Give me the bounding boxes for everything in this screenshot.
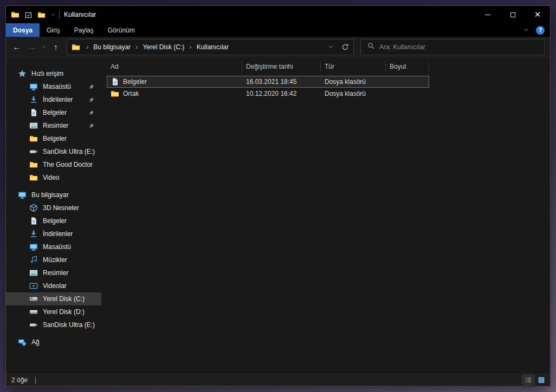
sidebar-item-yerel-disk-d[interactable]: Yerel Disk (D:)	[6, 305, 101, 318]
breadcrumb-kullanicilar[interactable]: Kullanıcılar	[196, 43, 230, 51]
up-button[interactable]: ↑	[48, 39, 63, 55]
tab-dosya[interactable]: Dosya	[6, 23, 40, 37]
large-icons-view-button[interactable]	[535, 374, 548, 387]
pin-icon	[88, 97, 94, 103]
titlebar-separator	[59, 10, 60, 19]
sidebar-item-yerel-disk-c[interactable]: Yerel Disk (C:)	[6, 292, 101, 305]
address-folder-icon	[67, 43, 82, 51]
properties-check-icon[interactable]	[24, 11, 33, 19]
sidebar-item-3d-nesneler[interactable]: 3D Nesneler	[6, 201, 101, 214]
sidebar-item-resimler-qa[interactable]: Resimler	[6, 119, 101, 132]
pictures-icon	[29, 121, 38, 130]
music-icon	[29, 256, 38, 264]
window-controls: ✕	[475, 6, 550, 23]
column-header-name[interactable]: Ad	[107, 62, 242, 71]
folder-icon	[29, 173, 38, 182]
network-icon	[18, 338, 27, 347]
status-bar: 2 öğe	[6, 374, 550, 386]
video-icon	[29, 282, 38, 290]
sidebar-section-label: Bu bilgisayar	[31, 191, 69, 199]
forward-button[interactable]: →	[24, 39, 40, 55]
sidebar-section-bu-bilgisayar[interactable]: Bu bilgisayar	[6, 188, 101, 201]
folder-icon	[29, 160, 38, 169]
sidebar-item-videolar[interactable]: Videolar	[6, 279, 101, 292]
file-date-modified: 10.12.2020 16:42	[242, 90, 321, 97]
back-button[interactable]: ←	[9, 39, 24, 55]
sidebar-item-label: Belgeler	[43, 135, 67, 142]
breadcrumb-bu-bilgisayar[interactable]: Bu bilgisayar	[92, 43, 132, 51]
search-icon	[367, 42, 375, 52]
address-bar[interactable]: › Bu bilgisayar › Yerel Disk (C:) › Kull…	[67, 39, 354, 55]
pin-icon	[88, 110, 94, 116]
sidebar-item-label: Yerel Disk (C:)	[43, 295, 85, 303]
documents-folder-icon	[111, 77, 119, 86]
column-headers: Ad Değiştirme tarihi Tür Boyut	[107, 60, 550, 74]
sidebar-item-label: Belgeler	[43, 217, 67, 225]
tab-giris[interactable]: Giriş	[40, 23, 67, 37]
tab-paylas[interactable]: Paylaş	[67, 23, 101, 37]
sidebar-item-masaustu-pc[interactable]: Masaüstü	[6, 240, 101, 253]
downloads-icon	[29, 230, 38, 238]
sidebar-item-label: Yerel Disk (D:)	[43, 308, 85, 316]
monitor-icon	[29, 82, 38, 91]
new-folder-icon[interactable]	[37, 11, 46, 19]
minimize-icon	[485, 15, 490, 15]
file-rows: Belgeler 16.03.2021 18:45 Dosya klasörü …	[107, 76, 550, 100]
folder-icon	[111, 89, 119, 98]
sidebar-item-indirilenler-qa[interactable]: İndirilenler	[6, 93, 101, 106]
quick-access-toolbar	[6, 10, 56, 19]
qat-chevron-down-icon[interactable]	[50, 12, 56, 17]
monitor-icon	[29, 243, 38, 251]
window-title: Kullanıcılar	[64, 11, 96, 18]
sidebar-item-video[interactable]: Video	[6, 171, 101, 184]
title-bar: Kullanıcılar ✕	[6, 6, 550, 23]
file-row-belgeler[interactable]: Belgeler 16.03.2021 18:45 Dosya klasörü	[107, 76, 429, 88]
column-header-size[interactable]: Boyut	[386, 62, 429, 71]
navigation-bar: ← → ↑ › Bu bilgisayar › Yerel Disk (C:) …	[6, 37, 550, 57]
sidebar-item-the-good-doctor[interactable]: The Good Doctor	[6, 158, 101, 171]
disk-icon	[29, 308, 38, 316]
minimize-button[interactable]	[475, 6, 500, 23]
file-row-ortak[interactable]: Ortak 10.12.2020 16:42 Dosya klasörü	[107, 88, 429, 100]
sidebar-item-sandisk-e-qa[interactable]: SanDisk Ultra (E:)	[6, 145, 101, 158]
sidebar-item-belgeler-qa[interactable]: Belgeler	[6, 106, 101, 119]
close-button[interactable]: ✕	[525, 6, 550, 23]
pin-icon	[88, 123, 94, 129]
sidebar-section-label: Ağ	[31, 338, 40, 346]
view-switcher	[522, 374, 548, 387]
refresh-button[interactable]	[337, 40, 353, 55]
file-name: Ortak	[123, 90, 139, 97]
sidebar-item-label: Müzikler	[43, 256, 67, 264]
history-chevron-button[interactable]	[40, 39, 48, 55]
help-button[interactable]: ?	[536, 26, 545, 35]
ribbon-right-controls: ?	[523, 25, 550, 35]
sidebar-item-masaustu-qa[interactable]: Masaüstü	[6, 80, 101, 93]
tab-gorunum[interactable]: Görünüm	[101, 23, 142, 37]
computer-icon	[18, 191, 27, 199]
sidebar-section-hizli-erisim[interactable]: Hızlı erişim	[6, 67, 101, 80]
sidebar-section-ag[interactable]: Ağ	[6, 336, 101, 349]
sidebar-item-belgeler-pc[interactable]: Belgeler	[6, 214, 101, 227]
column-header-type[interactable]: Tür	[321, 62, 386, 71]
sidebar-item-sandisk-e[interactable]: SanDisk Ultra (E:)	[6, 318, 101, 331]
address-dropdown-chevron-icon[interactable]	[324, 40, 337, 55]
breadcrumb-separator: ›	[185, 43, 195, 51]
sidebar-item-belgeler-folder[interactable]: Belgeler	[6, 132, 101, 145]
pictures-icon	[29, 269, 38, 277]
sidebar-item-label: Video	[43, 174, 59, 181]
file-type: Dosya klasörü	[321, 90, 386, 97]
file-name: Belgeler	[123, 78, 147, 86]
sidebar-item-muzikler[interactable]: Müzikler	[6, 253, 101, 266]
sidebar-item-label: Videolar	[43, 282, 67, 290]
sidebar-item-resimler-pc[interactable]: Resimler	[6, 266, 101, 279]
details-view-button[interactable]	[522, 374, 535, 387]
sidebar-item-indirilenler-pc[interactable]: İndirilenler	[6, 227, 101, 240]
sidebar-item-label: Resimler	[43, 122, 68, 129]
maximize-button[interactable]	[500, 6, 525, 23]
sidebar-item-label: 3D Nesneler	[43, 204, 79, 212]
ribbon-expand-chevron-icon[interactable]	[523, 25, 529, 35]
column-header-date-modified[interactable]: Değiştirme tarihi	[242, 62, 321, 71]
search-input[interactable]	[379, 43, 544, 51]
app-folder-icon[interactable]	[11, 10, 20, 19]
breadcrumb-yerel-disk-c[interactable]: Yerel Disk (C:)	[141, 43, 185, 51]
